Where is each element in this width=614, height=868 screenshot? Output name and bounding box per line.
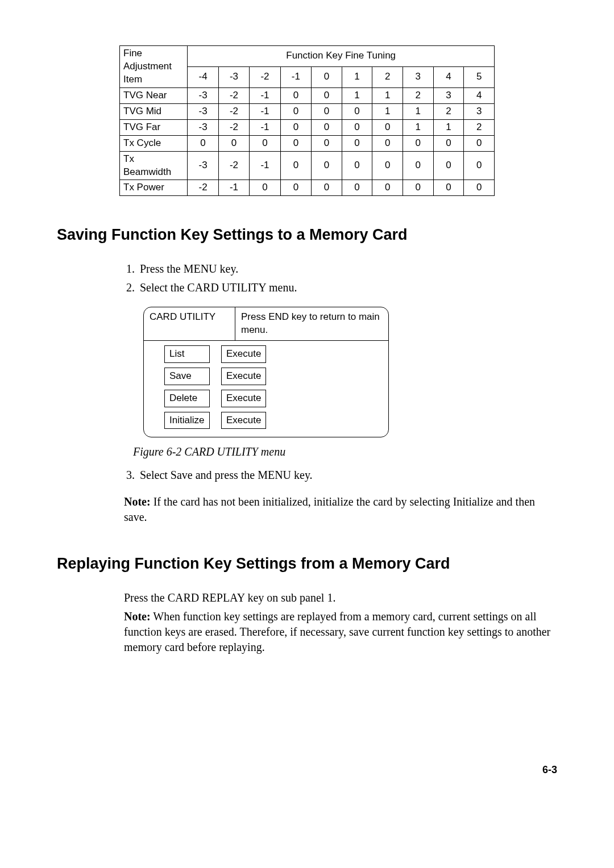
row-label: Tx Beamwidth — [120, 151, 188, 180]
col-header: 1 — [342, 66, 372, 87]
figure-caption: Figure 6-2 CARD UTILITY menu — [133, 444, 557, 460]
execute-label: Execute — [221, 345, 266, 363]
replaying-note: Note: When function key settings are rep… — [124, 609, 557, 655]
col-header: 3 — [403, 66, 434, 87]
col-header: -3 — [218, 66, 249, 87]
saving-note: Note: If the card has not been initializ… — [124, 494, 557, 525]
execute-label: Execute — [221, 390, 266, 407]
step-1: Press the MENU key. — [138, 261, 557, 277]
replaying-text: Press the CARD REPLAY key on sub panel 1… — [124, 590, 557, 606]
col-header: 5 — [464, 66, 495, 87]
menu-item-list: List — [164, 345, 210, 363]
heading-replaying: Replaying Function Key Settings from a M… — [57, 553, 557, 574]
table-row: Tx Beamwidth -3 -2 -1 0 0 0 0 0 0 0 — [120, 151, 495, 180]
table-row: Tx Power -2 -1 0 0 0 0 0 0 0 0 — [120, 180, 495, 196]
row-label: TVG Near — [120, 87, 188, 103]
note-text: When function key settings are replayed … — [124, 610, 550, 653]
card-utility-title: CARD UTILITY — [144, 307, 235, 340]
fine-tuning-table: Fine Adjustment Item Function Key Fine T… — [119, 45, 495, 196]
menu-item-initialize: Initialize — [164, 412, 210, 429]
col-header: 2 — [372, 66, 403, 87]
table-row: Tx Cycle 0 0 0 0 0 0 0 0 0 0 — [120, 135, 495, 151]
row-header-line: Fine — [123, 48, 142, 59]
row-header-line: Adjustment — [123, 61, 172, 72]
menu-item-delete: Delete — [164, 390, 210, 407]
row-label: TVG Mid — [120, 103, 188, 119]
note-text: If the card has not been initialized, in… — [124, 495, 535, 523]
col-header: -2 — [250, 66, 280, 87]
row-label: TVG Far — [120, 119, 188, 135]
row-label: Tx Cycle — [120, 135, 188, 151]
card-utility-menu: CARD UTILITY Press END key to return to … — [143, 307, 389, 438]
row-header-line: Item — [123, 74, 142, 85]
col-header: 4 — [433, 66, 464, 87]
note-label: Note: — [124, 495, 151, 508]
page-number: 6-3 — [57, 763, 557, 777]
menu-item-save: Save — [164, 368, 210, 385]
heading-saving: Saving Function Key Settings to a Memory… — [57, 224, 557, 245]
row-label: Tx Power — [120, 180, 188, 196]
table-row: TVG Mid -3 -2 -1 0 0 0 1 1 2 3 — [120, 103, 495, 119]
table-title: Function Key Fine Tuning — [188, 46, 495, 67]
execute-label: Execute — [221, 412, 266, 429]
note-label: Note: — [124, 610, 151, 623]
step-2: Select the CARD UTILITY menu. — [138, 280, 557, 295]
col-header: -4 — [188, 66, 218, 87]
col-header: -1 — [280, 66, 311, 87]
col-header: 0 — [312, 66, 342, 87]
table-row: TVG Near -3 -2 -1 0 0 1 1 2 3 4 — [120, 87, 495, 103]
card-utility-hint: Press END key to return to main menu. — [235, 307, 388, 340]
table-row: TVG Far -3 -2 -1 0 0 0 0 1 1 2 — [120, 119, 495, 135]
execute-label: Execute — [221, 368, 266, 385]
step-3: Select Save and press the MENU key. — [138, 468, 557, 483]
